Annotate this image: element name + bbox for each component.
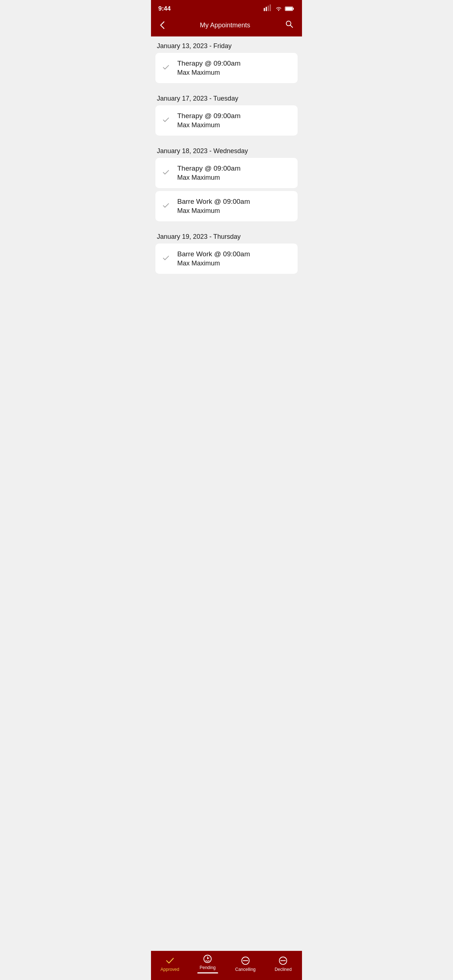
date-header-2: January 18, 2023 - Wednesday (151, 142, 302, 158)
appointment-card-2-0[interactable]: Therapy @ 09:00amMax Maximum (155, 158, 298, 188)
status-time: 9:44 (158, 5, 171, 13)
appointment-person: Max Maximum (177, 207, 292, 215)
page-title: My Appointments (166, 22, 284, 29)
svg-rect-3 (270, 5, 271, 11)
signal-icon (263, 4, 273, 13)
battery-icon (284, 6, 295, 11)
appointment-title: Therapy @ 09:00am (177, 164, 292, 172)
svg-line-9 (290, 25, 292, 27)
appointment-card-0-0[interactable]: Therapy @ 09:00amMax Maximum (155, 53, 298, 83)
checkmark-icon (162, 168, 170, 178)
appointment-person: Max Maximum (177, 69, 292, 76)
appointment-title: Therapy @ 09:00am (177, 112, 292, 120)
date-header-1: January 17, 2023 - Tuesday (151, 89, 302, 105)
checkmark-icon (162, 201, 170, 212)
date-header-0: January 13, 2023 - Friday (151, 37, 302, 53)
svg-rect-2 (268, 5, 269, 11)
appointment-card-2-1[interactable]: Barre Work @ 09:00amMax Maximum (155, 191, 298, 221)
status-bar: 9:44 (151, 0, 302, 16)
svg-point-4 (278, 10, 279, 11)
appointment-title: Barre Work @ 09:00am (177, 250, 292, 258)
appointment-person: Max Maximum (177, 121, 292, 129)
search-button[interactable] (284, 19, 295, 32)
appointment-title: Barre Work @ 09:00am (177, 197, 292, 205)
checkmark-icon (162, 254, 170, 264)
status-icons (263, 4, 295, 13)
date-header-3: January 19, 2023 - Thursday (151, 227, 302, 243)
nav-bar: My Appointments (151, 16, 302, 37)
back-button[interactable] (158, 20, 166, 30)
appointments-content: January 13, 2023 - FridayTherapy @ 09:00… (151, 37, 302, 306)
svg-rect-6 (293, 8, 294, 10)
checkmark-icon (162, 116, 170, 126)
appointment-person: Max Maximum (177, 174, 292, 181)
svg-rect-7 (286, 7, 292, 10)
appointment-title: Therapy @ 09:00am (177, 59, 292, 67)
wifi-icon (275, 6, 282, 11)
appointment-person: Max Maximum (177, 259, 292, 267)
svg-rect-1 (266, 7, 267, 11)
appointment-card-1-0[interactable]: Therapy @ 09:00amMax Maximum (155, 105, 298, 135)
appointment-card-3-0[interactable]: Barre Work @ 09:00amMax Maximum (155, 243, 298, 274)
checkmark-icon (162, 63, 170, 73)
svg-rect-0 (264, 8, 265, 11)
